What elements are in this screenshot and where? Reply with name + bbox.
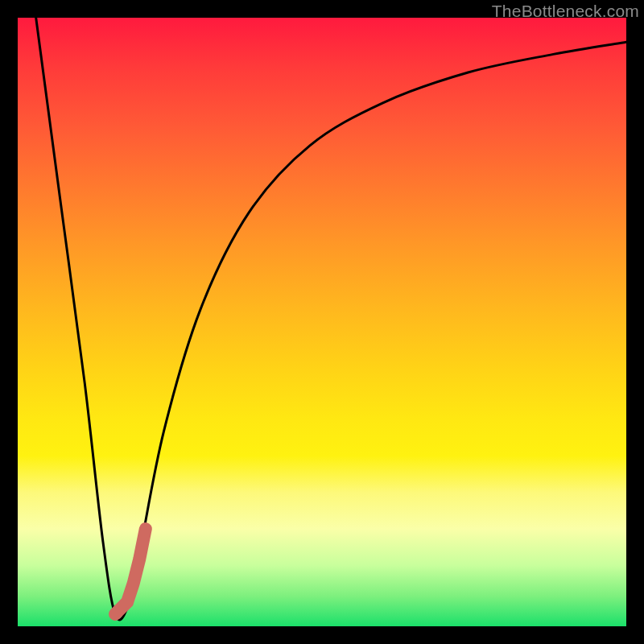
main-curve — [36, 18, 626, 620]
highlight-segment — [115, 529, 146, 614]
chart-frame: TheBottleneck.com — [0, 0, 644, 644]
watermark-text: TheBottleneck.com — [492, 2, 639, 21]
chart-svg — [18, 18, 626, 626]
